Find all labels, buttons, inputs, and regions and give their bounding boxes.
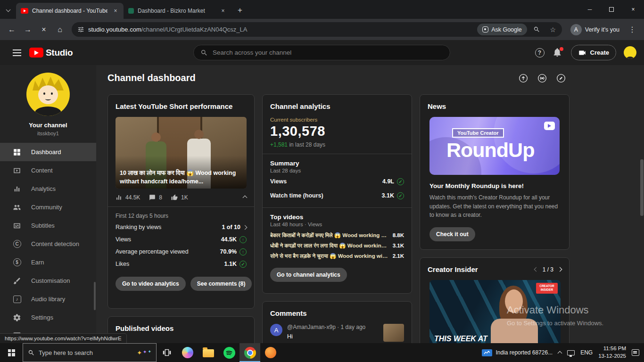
customisation-brush-icon — [12, 277, 22, 285]
news-and-interests-widget[interactable]: India reported 68726... — [482, 349, 553, 356]
metric-row: Average percentage viewed 70.9%↑ — [108, 246, 254, 258]
menu-icon[interactable] — [8, 43, 26, 62]
create-button[interactable]: Create — [571, 45, 616, 60]
channel-handle: itsskboy1 — [0, 131, 96, 136]
short-video-thumbnail[interactable]: 10 लाख का लोन माफ कर दिया 😱 Wood working… — [116, 117, 247, 189]
tab-search-caret-icon[interactable] — [0, 0, 16, 19]
card-title: Channel analytics — [263, 95, 412, 110]
sidebar-item-audio-library[interactable]: ♪ Audio library — [0, 290, 96, 308]
show-hidden-icons-chevron[interactable] — [558, 348, 561, 357]
trend-up-icon: ↑ — [239, 236, 247, 243]
forward-button[interactable]: → — [21, 23, 35, 37]
sidebar-item-label: Analytics — [31, 185, 56, 192]
home-button[interactable]: ⌂ — [53, 23, 67, 37]
pager-next-icon[interactable] — [558, 267, 562, 272]
ask-google-label: Ask Google — [491, 26, 522, 33]
stop-loading-button[interactable]: × — [37, 23, 51, 37]
sidebar-item-settings[interactable]: Settings — [0, 308, 96, 327]
help-icon[interactable]: ? — [535, 48, 545, 58]
window-minimize-button[interactable]: ─ — [579, 0, 601, 19]
search-icon[interactable] — [531, 24, 543, 36]
browser-menu-icon[interactable]: ⋮ — [625, 23, 639, 37]
sidebar-item-content[interactable]: Content — [0, 161, 96, 180]
bookmark-star-icon[interactable]: ☆ — [547, 24, 559, 36]
back-button[interactable]: ← — [5, 23, 19, 37]
comment-video-thumbnail[interactable] — [383, 324, 404, 342]
copilot-icon[interactable] — [177, 343, 198, 362]
sidebar-item-label: Audio library — [31, 296, 65, 303]
profile-chip[interactable]: A Verify it's you — [567, 22, 623, 37]
channel-avatar[interactable] — [26, 73, 70, 116]
sidebar-item-label: Dashboard — [31, 148, 61, 156]
sidebar-item-earn[interactable]: $ Earn — [0, 253, 96, 272]
metric-row: Likes 1.1K✓ — [108, 258, 254, 270]
current-subscribers-label: Current subscribers — [263, 110, 412, 123]
collapse-chevron-icon[interactable] — [243, 194, 247, 201]
notifications-bell-icon[interactable] — [552, 47, 563, 58]
card-title: Creator Insider — [428, 265, 535, 273]
site-favicon — [128, 8, 134, 14]
top-video-row[interactable]: सोने से भरा बैग लड़के ने चुराया 😱 Wood w… — [263, 251, 412, 261]
youtube-studio-logo[interactable]: Studio — [29, 48, 73, 58]
channel-search-input[interactable] — [213, 49, 443, 56]
taskbar-clock[interactable]: 11:56 PM 13-12-2025 — [598, 345, 626, 360]
roundup-banner[interactable]: YouTube Creator RoundUp — [429, 117, 560, 175]
subtitles-icon — [12, 222, 22, 230]
go-live-icon[interactable] — [534, 70, 551, 87]
tab-title: Dashboard - Bizkro Market — [138, 8, 215, 14]
ask-google-button[interactable]: Ask Google — [477, 24, 527, 35]
check-it-out-button[interactable]: Check it out — [429, 227, 475, 241]
views-bar-icon — [116, 194, 122, 201]
see-comments-button[interactable]: See comments (8) — [190, 277, 252, 291]
new-tab-button[interactable]: + — [233, 3, 247, 17]
file-explorer-icon[interactable] — [198, 343, 219, 362]
sidebar-item-community[interactable]: Community — [0, 198, 96, 216]
play-video-icon[interactable] — [544, 122, 555, 130]
sidebar-item-content-detection[interactable]: C Content detection — [0, 235, 96, 253]
sidebar-item-subtitles[interactable]: Subtitles — [0, 216, 96, 235]
channel-search-bar[interactable] — [193, 45, 450, 60]
language-indicator[interactable]: ENG — [580, 349, 593, 356]
url-text: studio.youtube.com/channel/UCrgtUietdaKz… — [88, 26, 473, 33]
upload-videos-icon[interactable] — [515, 70, 532, 87]
edit-pencil-icon[interactable] — [553, 70, 570, 87]
spotify-icon[interactable] — [219, 343, 239, 362]
start-button[interactable] — [0, 343, 23, 362]
pager-prev-icon[interactable] — [534, 267, 538, 272]
site-settings-icon[interactable] — [77, 26, 84, 33]
top-video-row[interactable]: धोबी ने कपड़ों पर लाल रंग लगा दिया 😱 Woo… — [263, 240, 412, 251]
browser-tab-inactive[interactable]: Dashboard - Bizkro Market × — [124, 3, 231, 19]
page-scrollbar[interactable] — [640, 159, 644, 216]
account-avatar[interactable] — [624, 46, 636, 59]
taskbar-app-icon[interactable] — [260, 343, 281, 362]
short-period: First 12 days 5 hours — [108, 207, 254, 221]
search-highlights-sparkle-icon[interactable]: ✦✦✦ — [137, 349, 151, 356]
sidebar-scrollbar[interactable] — [94, 282, 96, 310]
creator-insider-thumbnail[interactable]: CREATOR INSIDER THIS WEEK AT YOUTUBE — [429, 280, 561, 343]
top-video-row[interactable]: बेकार किताबों ने करोड़ों रुपए मिले 😱 Woo… — [263, 230, 412, 240]
sidebar-item-label: Content detection — [31, 240, 79, 247]
go-to-channel-analytics-button[interactable]: Go to channel analytics — [270, 268, 347, 282]
task-view-button[interactable] — [157, 343, 177, 362]
tab-close-icon[interactable]: × — [219, 7, 227, 15]
comment-item[interactable]: A @AmanJaman-x9p · 1 day ago Hi — [263, 317, 412, 342]
go-to-video-analytics-button[interactable]: Go to video analytics — [116, 277, 186, 291]
sidebar-item-label: Community — [31, 204, 62, 211]
window-close-button[interactable]: × — [622, 0, 644, 19]
sidebar-item-analytics[interactable]: Analytics — [0, 180, 96, 198]
studio-header: Studio ? Create — [0, 40, 644, 65]
taskbar-search-input[interactable] — [39, 349, 133, 356]
sidebar-item-customisation[interactable]: Customisation — [0, 272, 96, 290]
window-maximize-button[interactable] — [601, 0, 622, 19]
action-center-icon[interactable] — [632, 349, 639, 356]
tray-device-icon[interactable] — [567, 350, 575, 355]
browser-tab-active[interactable]: Channel dashboard - YouTube S × — [16, 3, 124, 19]
taskbar-search-box[interactable]: ✦✦✦ — [23, 343, 157, 362]
tab-close-icon[interactable]: × — [111, 7, 120, 15]
sidebar-item-dashboard[interactable]: Dashboard — [0, 143, 96, 161]
chrome-icon[interactable] — [239, 343, 260, 362]
content-icon — [12, 166, 22, 175]
search-icon — [200, 49, 208, 57]
url-bar[interactable]: studio.youtube.com/channel/UCrgtUietdaKz… — [72, 22, 562, 37]
browser-tab-strip: Channel dashboard - YouTube S × Dashboar… — [0, 0, 644, 19]
